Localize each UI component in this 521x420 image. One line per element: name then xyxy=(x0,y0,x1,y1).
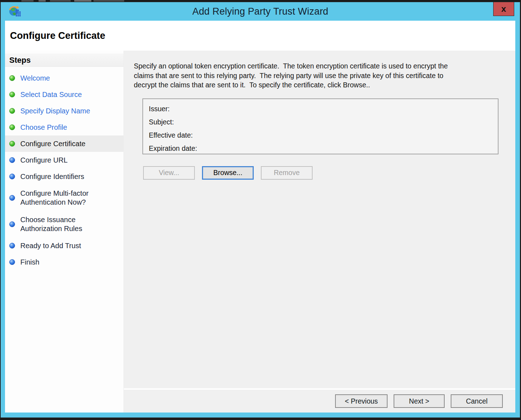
page-title: Configure Certificate xyxy=(10,30,105,41)
step-label: Configure Identifiers xyxy=(20,172,84,181)
background-window-fragment xyxy=(50,0,71,1)
view-button[interactable]: View... xyxy=(143,166,195,180)
step-item-choose-issuance-rules: Choose Issuance Authorization Rules xyxy=(5,211,123,237)
certificate-issuer-label: Issuer: xyxy=(149,103,492,115)
step-item-select-data-source[interactable]: Select Data Source xyxy=(5,86,123,103)
step-upcoming-bullet-icon xyxy=(9,259,15,265)
steps-sidebar: Steps Welcome Select Data Source Spec xyxy=(5,51,123,413)
previous-button[interactable]: < Previous xyxy=(335,394,388,408)
step-upcoming-bullet-icon xyxy=(9,174,15,179)
footer-button-bar: < Previous Next > Cancel xyxy=(124,390,515,413)
step-label: Ready to Add Trust xyxy=(20,241,81,250)
step-item-choose-profile[interactable]: Choose Profile xyxy=(5,119,123,135)
step-label: Select Data Source xyxy=(20,90,82,99)
step-item-configure-certificate: Configure Certificate xyxy=(5,135,123,152)
certificate-expiration-date-label: Expiration date: xyxy=(149,143,492,154)
step-item-configure-multi-factor: Configure Multi-factor Authentication No… xyxy=(5,185,123,211)
step-label: Configure Multi-factor Authentication No… xyxy=(20,189,88,207)
step-item-configure-identifiers: Configure Identifiers xyxy=(5,168,123,185)
title-bar: Add Relying Party Trust Wizard x xyxy=(1,2,520,21)
step-upcoming-bullet-icon xyxy=(9,243,15,249)
step-current-bullet-icon xyxy=(9,141,15,147)
step-upcoming-bullet-icon xyxy=(9,221,15,227)
certificate-effective-date-label: Effective date: xyxy=(149,129,492,141)
step-label: Specify Display Name xyxy=(20,107,90,116)
background-window-fragment xyxy=(21,0,34,1)
step-done-bullet-icon xyxy=(9,92,15,97)
background-window-fragment xyxy=(93,0,124,1)
certificate-details-panel: Issuer: Subject: Effective date: Expirat… xyxy=(142,98,499,154)
step-done-bullet-icon xyxy=(9,75,15,81)
step-item-configure-url: Configure URL xyxy=(5,152,123,168)
desktop-background: Add Relying Party Trust Wizard x Configu… xyxy=(0,0,521,420)
close-button[interactable]: x xyxy=(493,2,514,16)
step-done-bullet-icon xyxy=(9,108,15,114)
steps-heading: Steps xyxy=(5,53,123,68)
background-window-fragment xyxy=(74,0,91,1)
step-label: Welcome xyxy=(20,74,50,83)
step-item-ready-to-add-trust: Ready to Add Trust xyxy=(5,237,123,254)
step-label: Configure Certificate xyxy=(20,139,85,148)
page-header: Configure Certificate xyxy=(5,21,515,51)
window-title: Add Relying Party Trust Wizard xyxy=(1,2,520,21)
step-label: Configure URL xyxy=(20,156,67,165)
main-panel: Specify an optional token encryption cer… xyxy=(124,51,515,388)
background-window-fragment xyxy=(39,0,46,1)
step-item-specify-display-name[interactable]: Specify Display Name xyxy=(5,103,123,119)
wizard-body: Configure Certificate Steps Welcome Sele… xyxy=(5,21,515,413)
instruction-text: Specify an optional token encryption cer… xyxy=(134,61,494,90)
step-label: Finish xyxy=(20,258,39,267)
steps-list: Welcome Select Data Source Specify Displ… xyxy=(5,70,123,270)
step-label: Choose Issuance Authorization Rules xyxy=(20,215,82,233)
step-upcoming-bullet-icon xyxy=(9,157,15,163)
wizard-window: Add Relying Party Trust Wizard x Configu… xyxy=(0,2,520,418)
next-button[interactable]: Next > xyxy=(394,394,445,408)
certificate-subject-label: Subject: xyxy=(149,116,492,128)
browse-button[interactable]: Browse... xyxy=(202,166,254,180)
step-done-bullet-icon xyxy=(9,124,15,130)
step-item-finish: Finish xyxy=(5,254,123,270)
remove-button[interactable]: Remove xyxy=(261,166,313,180)
step-upcoming-bullet-icon xyxy=(9,195,15,201)
step-item-welcome[interactable]: Welcome xyxy=(5,70,123,86)
cancel-button[interactable]: Cancel xyxy=(451,394,503,408)
step-label: Choose Profile xyxy=(20,123,67,132)
